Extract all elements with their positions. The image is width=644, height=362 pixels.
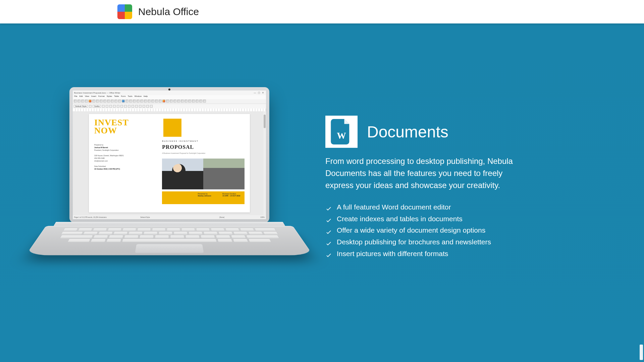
font-selector[interactable]: Carlito bbox=[93, 105, 101, 108]
menu-item[interactable]: View bbox=[85, 95, 89, 99]
feature-item: Offer a wide variety of document design … bbox=[325, 225, 523, 236]
menu-item[interactable]: Edit bbox=[79, 95, 83, 99]
app-menubar[interactable]: File Edit View Insert Format Styles Tabl… bbox=[73, 95, 266, 99]
minimize-icon[interactable]: — bbox=[253, 92, 257, 94]
brand-name: Nebula Office bbox=[138, 6, 199, 17]
document-canvas[interactable]: INVEST NOW Prepared by Joshua M Barrett … bbox=[73, 111, 266, 215]
menu-item[interactable]: Tools bbox=[128, 95, 132, 99]
app-toolbar-1[interactable] bbox=[73, 99, 266, 104]
photo-placeholder bbox=[162, 159, 203, 189]
feature-text: A full featured Word document editor bbox=[337, 201, 451, 213]
menu-item[interactable]: Help bbox=[144, 95, 148, 99]
site-header: Nebula Office bbox=[0, 0, 644, 23]
app-statusbar: Page 1 of 3 2,078 words, 10,254 characte… bbox=[73, 215, 266, 219]
hero-section: Business Investment Proposal.docx — Offi… bbox=[0, 23, 644, 362]
feature-text: Desktop publishing for brochures and new… bbox=[337, 236, 491, 248]
check-icon bbox=[325, 204, 332, 210]
menu-item[interactable]: Table bbox=[114, 95, 119, 99]
document-page: INVEST NOW Prepared by Joshua M Barrett … bbox=[89, 114, 250, 213]
status-mid-left: Default Style bbox=[107, 216, 183, 218]
doc-subhead: BUSINESS INVESTMENT bbox=[162, 140, 245, 142]
doc-meta: Prepared by Joshua M Barrett President, … bbox=[94, 143, 157, 170]
photo-placeholder bbox=[203, 159, 245, 189]
menu-item[interactable]: Format bbox=[98, 95, 105, 99]
brand-logo-icon bbox=[117, 4, 132, 19]
menu-item[interactable]: Form bbox=[121, 95, 126, 99]
camera-icon bbox=[168, 88, 170, 90]
app-titlebar: Business Investment Proposal.docx — Offi… bbox=[73, 90, 266, 95]
status-right: 100% bbox=[260, 216, 265, 218]
menu-item[interactable]: Styles bbox=[107, 95, 112, 99]
maximize-icon[interactable]: ▢ bbox=[257, 92, 261, 94]
feature-text: Insert pictures with different formats bbox=[337, 248, 448, 260]
feature-column: W Documents From word processing to desk… bbox=[302, 57, 523, 362]
yellow-square-icon bbox=[163, 119, 181, 137]
menu-item[interactable]: Window bbox=[135, 95, 142, 99]
section-title: Documents bbox=[367, 123, 448, 141]
documents-app-icon: W bbox=[325, 116, 358, 148]
doc-headline: INVEST NOW bbox=[94, 119, 157, 135]
feature-text: Offer a wide variety of document design … bbox=[337, 225, 485, 236]
ruler bbox=[73, 109, 266, 111]
check-icon bbox=[325, 250, 332, 257]
section-lead: From word processing to desktop publishi… bbox=[325, 155, 523, 191]
feature-list: A full featured Word document editor Cre… bbox=[325, 201, 523, 259]
window-controls[interactable]: — ▢ ✕ bbox=[253, 92, 265, 94]
doc-subhead-big: PROPOSAL bbox=[162, 144, 245, 150]
laptop-mockup: Business Investment Proposal.docx — Offi… bbox=[37, 57, 302, 362]
laptop-keyboard bbox=[25, 226, 313, 255]
laptop-screen-bezel: Business Investment Proposal.docx — Offi… bbox=[69, 87, 269, 223]
page-scrollbar[interactable] bbox=[639, 23, 644, 362]
check-icon bbox=[325, 216, 332, 222]
menu-item[interactable]: File bbox=[74, 95, 77, 99]
scrollbar[interactable] bbox=[263, 111, 266, 215]
app-toolbar-2[interactable]: Default Style Carlito bbox=[73, 104, 266, 109]
doc-subhead-desc: A Business Investment Proposal for Sunbr… bbox=[162, 152, 245, 155]
app-title: Business Investment Proposal.docx — Offi… bbox=[74, 92, 120, 94]
feature-item: Insert pictures with different formats bbox=[325, 248, 523, 260]
feature-item: Create indexes and tables in documents bbox=[325, 213, 523, 225]
feature-item: Desktop publishing for brochures and new… bbox=[325, 236, 523, 248]
app-window: Business Investment Proposal.docx — Offi… bbox=[73, 90, 266, 219]
status-mid: [None] bbox=[183, 216, 260, 218]
status-left: Page 1 of 3 2,078 words, 10,254 characte… bbox=[74, 216, 107, 218]
style-selector[interactable]: Default Style bbox=[74, 105, 88, 108]
doc-yellow-footer: Presented by Stanley Johnson Business Du… bbox=[162, 191, 245, 204]
doc-photo-row bbox=[162, 159, 245, 189]
laptop-trackpad bbox=[135, 244, 204, 253]
menu-item[interactable]: Insert bbox=[91, 95, 96, 99]
feature-item: A full featured Word document editor bbox=[325, 201, 523, 213]
check-icon bbox=[325, 239, 332, 245]
close-icon[interactable]: ✕ bbox=[261, 92, 265, 94]
svg-text:W: W bbox=[337, 131, 346, 141]
check-icon bbox=[325, 227, 332, 234]
feature-text: Create indexes and tables in documents bbox=[337, 213, 463, 225]
